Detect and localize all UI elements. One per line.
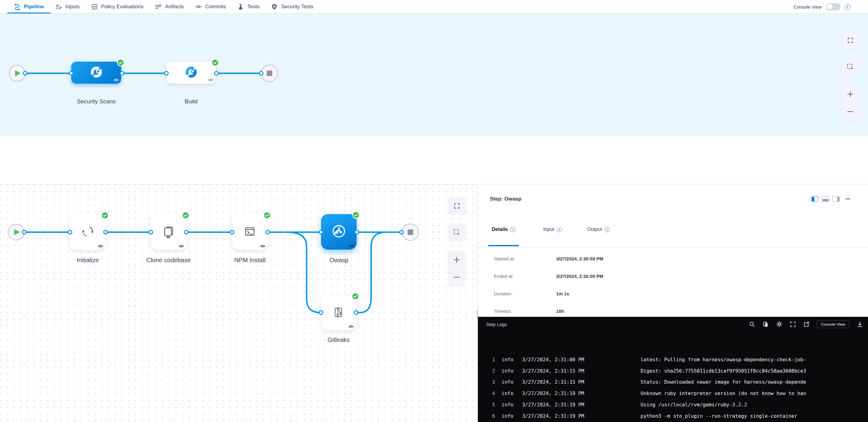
tests-icon (237, 3, 244, 10)
edge-connector-dot (319, 311, 323, 315)
detail-row: Started at:3/27/2024, 2:30:59 PM (478, 256, 868, 265)
log-num: 2 (487, 365, 495, 377)
commits-icon (195, 3, 202, 10)
step-node-initialize[interactable]: </> (70, 215, 105, 250)
edge-connector-dot (259, 71, 264, 76)
console-view-label: Console View (794, 4, 822, 9)
top-nav-right: Console View i (794, 0, 850, 13)
security-tests-icon (271, 3, 278, 10)
detail-value: 10h (556, 309, 564, 314)
fit-view-button[interactable] (842, 32, 859, 49)
tab-artifacts[interactable]: Artifacts (155, 0, 184, 13)
success-check-icon (352, 211, 360, 219)
tab-label: Details (492, 227, 508, 232)
success-check-icon (351, 292, 360, 300)
log-level: info (501, 377, 514, 388)
edge-connector-dot (354, 311, 359, 315)
code-icon: </> (260, 244, 265, 249)
step-node-clone-codebase[interactable]: </> (151, 215, 186, 250)
log-num: 4 (487, 388, 495, 399)
gear-icon[interactable] (776, 321, 783, 328)
download-icon[interactable] (857, 321, 863, 328)
edge-connector-dot (399, 230, 404, 235)
zoom-in-button[interactable] (842, 87, 859, 102)
tab-tests[interactable]: Tests (237, 0, 260, 13)
tab-inputs[interactable]: Inputs (55, 0, 80, 13)
minimize-panel-button[interactable] (846, 198, 850, 199)
log-num: 5 (487, 399, 495, 410)
tab-pipeline[interactable]: Pipeline (14, 0, 44, 13)
stage-summary: Security Scans Started at: 3/27/2024, 2:… (0, 136, 868, 184)
fit-view-button[interactable] (448, 197, 465, 215)
marquee-select-button[interactable] (448, 224, 465, 241)
artifacts-icon (155, 3, 161, 10)
edge-connector-dot (319, 230, 323, 235)
pipeline-icon (14, 3, 21, 10)
detail-label: Started at: (494, 256, 515, 261)
gitleaks-icon (331, 305, 346, 321)
step-node-npm-install[interactable]: </> (232, 215, 268, 250)
tab-label: Inputs (65, 4, 80, 10)
log-line: 4info3/27/2024, 2:31:19 PMUnknown ruby i… (478, 388, 868, 399)
tab-policy-evaluations[interactable]: Policy Evaluations (91, 0, 144, 13)
step-panel-title: Step: Owasp (490, 196, 522, 202)
info-icon[interactable]: i (510, 227, 515, 232)
tab-label: Security Tests (281, 4, 314, 10)
tab-label: Tests (247, 4, 260, 10)
stage-node-build[interactable]: </> (166, 62, 216, 84)
log-level: info (501, 388, 514, 399)
edge-connector-dot (149, 230, 153, 235)
layout-bottom-panel-button[interactable] (822, 196, 829, 202)
console-view-button[interactable]: Console View (817, 321, 849, 328)
edge-connector-dot (68, 230, 72, 235)
zoom-out-button[interactable] (842, 104, 859, 119)
tab-label: Input (543, 227, 554, 232)
tab-input[interactable]: Inputi (543, 227, 562, 232)
search-icon[interactable] (749, 321, 755, 328)
layout-right-panel-button[interactable] (811, 196, 818, 202)
layout-right-third-button[interactable] (832, 196, 840, 202)
log-level: info (501, 399, 514, 410)
log-line: 2info3/27/2024, 2:31:15 PMDigest: sha256… (478, 365, 868, 377)
tab-output[interactable]: Outputi (587, 227, 610, 232)
step-graph-canvas: </>Initialize</>Clone codebase</>NPM Ins… (0, 184, 478, 422)
tab-details[interactable]: Detailsi (492, 227, 515, 232)
copy-icon[interactable] (763, 321, 769, 328)
tab-label: Policy Evaluations (101, 4, 144, 10)
info-icon[interactable]: i (604, 227, 610, 232)
tab-commits[interactable]: Commits (195, 0, 226, 13)
info-icon[interactable]: i (845, 4, 850, 10)
edge-connector-dot (22, 230, 27, 235)
edge-connector-dot (184, 230, 189, 235)
step-node-owasp[interactable]: </> (321, 214, 356, 250)
stage-node-security-scans[interactable]: </> (71, 62, 121, 84)
step-node-gitleaks[interactable]: </> (321, 295, 356, 330)
log-time: 3/27/2024, 2:31:15 PM (522, 365, 584, 377)
tab-security-tests[interactable]: Security Tests (271, 0, 314, 13)
expand-icon[interactable] (790, 321, 796, 328)
code-icon: </> (179, 244, 184, 249)
step-label: NPM Install (234, 257, 266, 264)
log-line: 5info3/27/2024, 2:31:19 PMUsing /usr/loc… (478, 399, 868, 410)
zoom-out-button[interactable] (448, 269, 465, 285)
clone-codebase-icon (161, 224, 176, 240)
detail-label: Ended at: (494, 273, 514, 279)
marquee-select-button[interactable] (842, 58, 859, 75)
external-link-icon[interactable] (803, 321, 810, 328)
console-view-toggle[interactable] (826, 3, 840, 10)
edge-connector-dot (120, 71, 124, 76)
log-level: info (501, 365, 514, 377)
edge-connector-dot (230, 230, 235, 235)
edge-connector-dot (103, 230, 108, 235)
tab-label: Commits (205, 4, 226, 10)
zoom-in-button[interactable] (448, 252, 465, 267)
log-line: 3info3/27/2024, 2:31:15 PMStatus: Downlo… (478, 377, 868, 388)
log-line: 1info3/27/2024, 2:31:00 PMlatest: Pullin… (478, 354, 868, 365)
log-time: 3/27/2024, 2:31:00 PM (522, 354, 584, 365)
terminal-icon (243, 224, 257, 240)
info-icon[interactable]: i (557, 227, 562, 232)
code-icon: </> (349, 244, 354, 248)
tab-label: Pipeline (24, 4, 44, 10)
edge-connector-dot (266, 230, 270, 235)
code-icon: </> (348, 324, 353, 329)
